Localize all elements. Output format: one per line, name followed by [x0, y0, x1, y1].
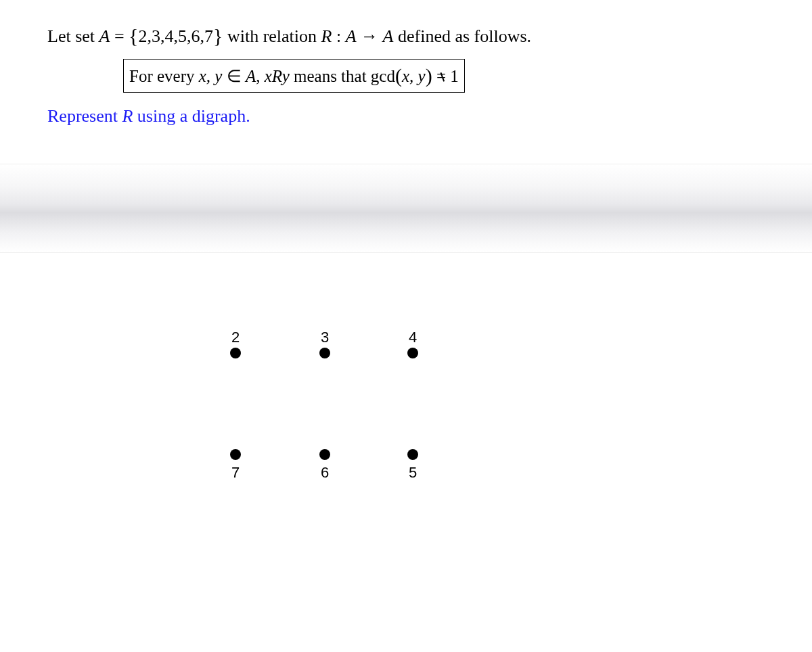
node-label-5: 5 — [409, 464, 417, 482]
node-label-7: 7 — [231, 464, 240, 482]
value-one: 1 — [450, 67, 459, 85]
open-brace: { — [129, 24, 138, 47]
node-2 — [230, 348, 241, 358]
set-members: 2,3,4,5,6,7 — [139, 26, 214, 46]
text-let-set: Let set — [47, 26, 99, 46]
prompt-R: R — [122, 106, 133, 126]
element-of-symbol: ∈ — [227, 67, 246, 85]
vars-xy: x, y — [199, 67, 223, 85]
gcd-function: gcd — [371, 67, 395, 85]
node-label-4: 4 — [409, 329, 417, 346]
relation-definition-box: For every x, y ∈ A, xRy means that gcd(x… — [123, 59, 465, 93]
node-label-6: 6 — [321, 464, 329, 482]
node-4 — [407, 348, 418, 358]
arrow-icon: → — [361, 26, 383, 46]
section-separator — [0, 164, 812, 253]
node-7 — [230, 449, 241, 460]
text-with-relation: with relation — [227, 26, 321, 46]
digraph-area: 2 3 4 7 6 5 — [0, 253, 812, 510]
close-brace: } — [213, 24, 223, 47]
colon: : — [336, 26, 346, 46]
prompt-suffix: using a digraph. — [137, 106, 250, 126]
node-label-2: 2 — [231, 329, 240, 346]
comma: , — [256, 67, 265, 85]
node-3 — [319, 348, 330, 358]
equals-sign: = — [114, 26, 125, 46]
node-5 — [407, 449, 418, 460]
close-paren: ) — [426, 64, 432, 87]
prompt-represent: Represent — [47, 106, 122, 126]
node-label-3: 3 — [321, 329, 329, 346]
gcd-args: x, y — [402, 67, 426, 85]
problem-line-1: Let set A = {2,3,4,5,6,7} with relation … — [47, 24, 765, 47]
prompt-line: Represent R using a digraph. — [47, 106, 765, 126]
question-block: Let set A = {2,3,4,5,6,7} with relation … — [0, 0, 812, 143]
codomain-A: A — [383, 26, 394, 46]
page: Let set A = {2,3,4,5,6,7} with relation … — [0, 0, 812, 510]
open-paren: ( — [395, 64, 402, 87]
node-6 — [319, 449, 330, 460]
text-for-every: For every — [129, 67, 199, 85]
domain-A: A — [346, 26, 357, 46]
set-A-in-box: A — [246, 67, 256, 85]
text-means-that: means that — [294, 67, 371, 85]
relation-R: R — [321, 26, 332, 46]
text-defined-as: defined as follows. — [398, 26, 531, 46]
set-variable-A: A — [99, 26, 110, 46]
not-equal-sign: = — [436, 67, 446, 86]
xRy: xRy — [265, 67, 290, 85]
